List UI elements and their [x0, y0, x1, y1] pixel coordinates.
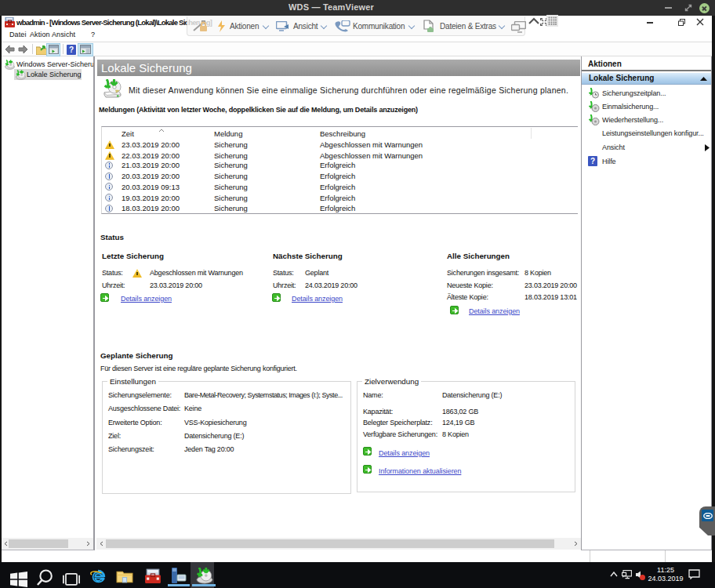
svg-text:?: ?	[590, 157, 595, 165]
svg-text:?: ?	[69, 45, 74, 54]
